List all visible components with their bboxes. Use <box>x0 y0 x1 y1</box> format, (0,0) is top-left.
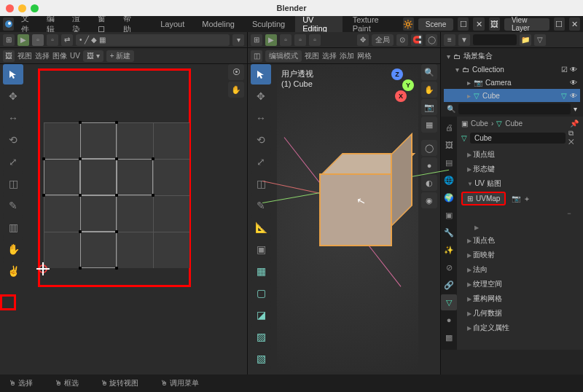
vp-tool-select[interactable] <box>251 64 271 85</box>
uv-tool-move[interactable]: ↔ <box>3 108 23 128</box>
vp-tool-extrude[interactable]: ▦ <box>251 261 271 281</box>
ptab-object[interactable]: ▣ <box>441 207 457 223</box>
vp-menu-add[interactable]: 添加 <box>340 51 354 61</box>
minimize-button[interactable] <box>18 4 26 12</box>
vp-tool-rotate[interactable]: ⟲ <box>251 130 271 150</box>
vp-tool-cursor[interactable]: ✥ <box>251 86 271 106</box>
vp-menu-mesh[interactable]: 网格 <box>357 51 372 61</box>
vp-editor-type-icon[interactable]: ⊞ <box>251 34 262 46</box>
vp-tool-measure[interactable]: 📐 <box>251 217 271 238</box>
gizmo-y[interactable]: Y <box>402 79 414 91</box>
outliner-search[interactable] <box>473 34 517 45</box>
nav-gizmo[interactable]: Z Y X <box>380 68 414 102</box>
vp-menu-view[interactable]: 视图 <box>305 51 319 61</box>
vp-cursor-icon[interactable]: ▶ <box>265 34 277 46</box>
uv-pivot-icon[interactable]: ⦿ <box>228 64 244 80</box>
vp-pivot-icon[interactable]: ⊙ <box>396 34 408 46</box>
vp-pan-icon[interactable]: ✋ <box>421 82 437 98</box>
uv-sel-mode-1[interactable]: ▫ <box>32 34 44 46</box>
vp-snap-icon[interactable]: 🧲 <box>411 34 423 46</box>
uv-tool-annotate[interactable]: ✎ <box>3 195 23 216</box>
uv-tool-pinch[interactable]: ✌ <box>3 261 23 281</box>
viewlayer-icon[interactable]: 🖼 <box>489 17 500 31</box>
scene-icon[interactable]: 🔆 <box>403 17 414 31</box>
section-vertex-groups[interactable]: 顶点组 <box>461 148 579 161</box>
uv-menu-uv[interactable]: UV <box>70 52 80 60</box>
outliner-item-cube[interactable]: ▸▽ Cube ▽ 👁 <box>444 89 580 102</box>
gizmo-x[interactable]: X <box>395 90 407 102</box>
workspace-layout[interactable]: Layout <box>153 18 192 30</box>
outliner-new-collection-icon[interactable]: 📁 <box>520 34 531 46</box>
section-shape-keys[interactable]: 形态键 <box>461 162 579 176</box>
uv-sel-mode-2[interactable]: ▫ <box>47 34 58 46</box>
outliner-funnel-icon[interactable]: ▽ <box>534 34 546 46</box>
uv-menu-image[interactable]: 图像 <box>52 51 67 61</box>
vp-mode[interactable]: 编辑模式 <box>265 50 302 62</box>
uvmap-camera-icon[interactable]: 📷 <box>512 195 520 203</box>
vp-sel-edge[interactable]: ▫ <box>294 34 306 46</box>
section-texture-space[interactable]: 纹理空间 <box>461 278 579 291</box>
ptab-render[interactable]: 🖨 <box>441 119 457 136</box>
section-custom-props[interactable]: 自定义属性 <box>461 321 579 334</box>
vp-tool-bevel[interactable]: ◪ <box>251 305 271 325</box>
uvmap-remove-button[interactable]: － <box>560 207 579 220</box>
ptab-physics[interactable]: ⊘ <box>441 259 457 275</box>
section-normals[interactable]: 法向 <box>461 263 579 276</box>
uv-tool-cursor[interactable]: ✥ <box>3 86 23 106</box>
workspace-uv-editing[interactable]: UV Editing <box>295 14 343 34</box>
section-face-maps[interactable]: 面映射 <box>461 248 579 262</box>
vp-orientation[interactable]: 全局 <box>372 34 394 46</box>
outliner-filter-icon[interactable]: ▼ <box>458 34 470 46</box>
vp-tool-addcube[interactable]: ▣ <box>251 239 271 259</box>
vp-shade-solid[interactable]: ● <box>421 157 437 173</box>
viewlayer-del[interactable]: ✕ <box>569 17 580 31</box>
section-geometry-data[interactable]: 几何数据 <box>461 307 579 320</box>
editor-type-icon[interactable]: ⊞ <box>3 34 15 46</box>
uv-tool-grab[interactable]: ✋ <box>3 239 23 259</box>
viewlayer-new[interactable]: ☐ <box>554 17 565 31</box>
vp-tool-move[interactable]: ↔ <box>251 108 271 128</box>
vp-menu-select[interactable]: 选择 <box>322 51 337 61</box>
ptab-modifier[interactable]: 🔧 <box>441 224 457 240</box>
scene-del[interactable]: ✕ <box>473 17 484 31</box>
vp-camera-icon[interactable]: 📷 <box>421 99 437 115</box>
outliner-collection[interactable]: ▾🗀 Collection ☑ 👁 <box>444 63 580 76</box>
uv-image-slot[interactable]: 🖼 ▾ <box>83 50 103 62</box>
workspace-modeling[interactable]: Modeling <box>195 18 242 30</box>
props-datablock[interactable]: ▽ ⧉ ✕ <box>461 129 579 146</box>
ptab-texture[interactable]: ▩ <box>441 329 457 345</box>
vp-tool-transform[interactable]: ◫ <box>251 173 271 194</box>
uv-tool-transform[interactable]: ◫ <box>3 173 23 194</box>
vp-mode-icon[interactable]: ◫ <box>251 50 262 62</box>
uv-tool-rip[interactable]: ▥ <box>3 217 23 238</box>
uv-img-icon[interactable]: 🖼 <box>3 50 15 62</box>
vp-shade-matcap[interactable]: ◐ <box>421 175 437 191</box>
vp-persp-icon[interactable]: ▦ <box>421 117 437 133</box>
mesh-name-field[interactable] <box>470 133 566 144</box>
uv-cursor-icon[interactable]: ▶ <box>17 34 29 46</box>
uv-sticky-icon[interactable]: ▾ <box>232 34 244 46</box>
ptab-viewlayer[interactable]: ▤ <box>441 154 457 170</box>
section-uv-maps[interactable]: UV 贴图 <box>461 177 579 190</box>
vp-orient-icon[interactable]: ✥ <box>357 34 369 46</box>
ptab-particles[interactable]: ✨ <box>441 242 457 258</box>
vp-shade-wire[interactable]: ◯ <box>421 140 437 156</box>
ptab-scene[interactable]: 🌐 <box>441 172 457 188</box>
section-vertex-colors[interactable]: 顶点色 <box>461 234 579 247</box>
blender-icon[interactable] <box>3 17 14 31</box>
vp-prop-icon[interactable]: ◯ <box>426 34 437 46</box>
ptab-world[interactable]: 🌍 <box>441 189 457 205</box>
workspace-sculpting[interactable]: Sculpting <box>245 18 292 30</box>
uv-menu-view[interactable]: 视图 <box>17 51 32 61</box>
ptab-material[interactable]: ● <box>441 312 457 328</box>
workspace-texture-paint[interactable]: Texture Paint <box>345 14 400 34</box>
vp-zoom-icon[interactable]: 🔍 <box>421 64 437 80</box>
vp-tool-annotate[interactable]: ✎ <box>251 195 271 216</box>
outliner-search-lower[interactable] <box>458 103 571 114</box>
uv-menu-select[interactable]: 选择 <box>35 51 50 61</box>
uvmap-add-button[interactable]: ＋ <box>523 194 531 204</box>
uv-tool-rotate[interactable]: ⟲ <box>3 130 23 150</box>
scene-name[interactable]: Scene <box>418 18 453 31</box>
vp-tool-knife[interactable]: ▧ <box>251 348 271 369</box>
ptab-output[interactable]: 🖼 <box>441 137 457 153</box>
